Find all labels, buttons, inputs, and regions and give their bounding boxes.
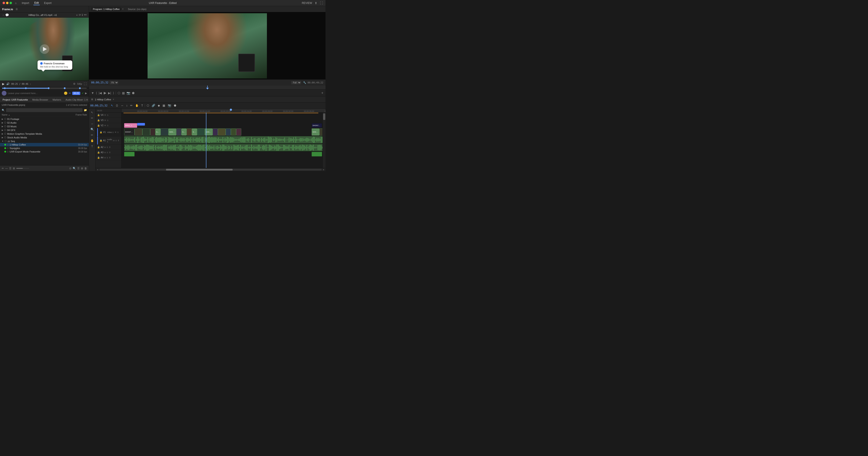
settings-button[interactable]: ⚙ [73,82,75,85]
tab-project[interactable]: Project: UXR Featurette [2,98,29,102]
clip-v1-9[interactable] [218,129,226,136]
zoom-in-btn[interactable]: 🔍 [90,127,95,132]
nav-edit[interactable]: Edit [33,1,40,5]
emoji-icon[interactable]: 😊 [64,91,67,95]
clip-shgn-500[interactable]: SHGN7_500... [124,129,134,136]
next-edit-button[interactable]: ▶| [108,91,111,95]
tab-audio-mixer[interactable]: Audio Clip Mixer: 1 H [65,98,89,102]
insert-button[interactable]: ⬡ [118,91,120,95]
solo-v3[interactable]: S [107,119,108,121]
solo-a3[interactable]: S [107,151,108,153]
mute-a4[interactable]: M [104,156,106,159]
mic-a2[interactable]: 🎙 [109,146,111,148]
mic-a3[interactable]: 🎙 [109,151,111,153]
play-pause-button[interactable]: ▶ [2,82,5,86]
solo-v1[interactable]: S [117,131,119,133]
folder-item-music[interactable]: ▶ ⬡ 03 Music [0,124,89,128]
video-more-icon[interactable]: ••• [84,13,87,17]
close-traffic-light[interactable] [3,2,5,4]
type-tool-button[interactable]: T [141,104,144,108]
folder-item-footage[interactable]: ▶ ⬡ 01 Footage [0,117,89,121]
sequence-item-hilltop[interactable]: ⬡ 1 Hilltop Coffee 59.94 fps [0,143,89,146]
wrench-icon[interactable]: 🔧 [303,81,306,84]
share-icon[interactable]: ⬆ [315,1,317,5]
clip-v2-shgn[interactable]: SHGN7... [312,123,322,128]
mute-a2[interactable]: M [104,146,106,148]
eye-v4[interactable]: 👁 [104,114,106,116]
folder-new-icon[interactable]: 📁 [84,109,87,112]
pen-btn[interactable]: ✏ [90,133,95,137]
search-input[interactable] [6,108,83,112]
tab-program-monitor[interactable]: Program: 1 Hilltop Coffee [91,7,121,11]
mute-a3[interactable]: M [104,151,106,153]
folder-item-gfx[interactable]: ▶ ⬡ 04 GFX [0,128,89,132]
back-button[interactable]: ← [2,13,5,17]
export-frame-button[interactable]: 📷 [126,91,130,95]
delete-button[interactable]: 🗑 [85,167,87,170]
video-sync-icon[interactable]: ⟳ [79,13,81,17]
timeline-scrollbar-h[interactable]: ◂ ▸ [95,168,326,171]
clip-audio-main[interactable] [124,136,322,143]
solo-v2[interactable]: S [107,124,108,127]
clip-v1-4[interactable] [161,129,168,136]
nav-home[interactable]: ⌂ [14,1,18,5]
clip-audio-a2[interactable] [124,144,322,151]
scrollbar-thumb-h[interactable] [166,169,232,171]
clip-v2-blue1[interactable] [137,123,145,125]
hand-btn[interactable]: ✋ [90,138,95,143]
linked-button[interactable]: 🔗 [151,104,156,108]
overwrite-button[interactable]: ▦ [122,91,125,95]
scroll-right-btn[interactable]: ▸ [322,168,325,171]
nav-export[interactable]: Export [43,1,53,5]
folder-item-mgtm[interactable]: ▶ ⬡ Motion Graphics Template Media [0,132,89,136]
select-tool-button[interactable]: ↖ [110,104,114,108]
ripple-tool-button[interactable]: ↔ [120,104,124,108]
video-progress-bar[interactable] [2,88,87,89]
checkmark-icon[interactable]: ✓ [82,92,84,95]
add-markers-button[interactable]: ◆ [157,104,161,108]
folder-item-stock[interactable]: ▶ ⬡ Stock Audio Media [0,136,89,139]
prev-edit-button[interactable]: |◀ [99,91,102,95]
folder-item-audio[interactable]: ▶ ⬡ 02 Audio [0,121,89,124]
clip-shgn-7s[interactable]: SHGN7_S... [312,129,319,136]
pen-tool-button[interactable]: ✏ [129,104,133,108]
eye-v1[interactable]: 👁 [115,131,117,133]
folder-item-zzseq[interactable]: ▼ ⬡ zz Seq [0,139,89,143]
clip-shgn-7[interactable]: SHGN7... [168,129,176,136]
search-button[interactable]: 🔍 [73,167,76,170]
timeline-scrollbar-v[interactable] [322,113,326,168]
send-button[interactable]: ▶ [85,92,87,95]
close-program-tab-icon[interactable]: × [122,8,123,10]
quality-label[interactable]: 540p [77,83,82,85]
clip-a3-2[interactable] [312,152,322,156]
automate-button[interactable]: ⊙ [69,167,71,170]
slip-tool-button[interactable]: ↕ [125,104,128,108]
quality-selector[interactable]: Full [291,81,301,84]
comment-toggle-icon[interactable]: 💬 [5,13,9,17]
clip-shgn-8[interactable]: SHG... [181,129,187,136]
tools-button[interactable]: ↖ [90,110,95,115]
video-chevron[interactable]: ▾ [76,14,78,16]
grid-button[interactable]: ⊞ [81,167,83,170]
frameio-hamburger[interactable]: ☰ [16,8,18,11]
review-button[interactable]: REVIEW [302,2,312,5]
snap-button[interactable]: ⬡ [146,104,150,108]
clip-v1-5[interactable] [176,129,181,136]
draw-icon[interactable]: ✏ [69,92,71,95]
timeline-tab[interactable]: 1 Hilltop Coffee [95,98,111,101]
close-timeline-tab[interactable]: × [113,98,114,101]
minimize-traffic-light[interactable] [6,2,8,4]
clip-a3-1[interactable] [124,152,134,156]
clip-v1-3[interactable] [150,129,155,136]
list-view-button[interactable]: — [5,167,8,170]
play-button[interactable] [40,44,49,54]
clip-v1-12[interactable] [236,129,241,136]
tab-source-monitor[interactable]: Source: (no clips) [126,7,148,11]
fullscreen-button[interactable]: ⛶ [84,82,87,86]
audio-button[interactable]: ⬟ [173,104,177,108]
list-button[interactable]: ☰ [77,167,80,170]
razor-btn[interactable]: ✂ [90,116,95,120]
eye-v2[interactable]: 👁 [104,124,106,127]
clip-v1-11[interactable] [231,129,236,136]
grid-view-button[interactable]: ⊞ [13,167,15,170]
